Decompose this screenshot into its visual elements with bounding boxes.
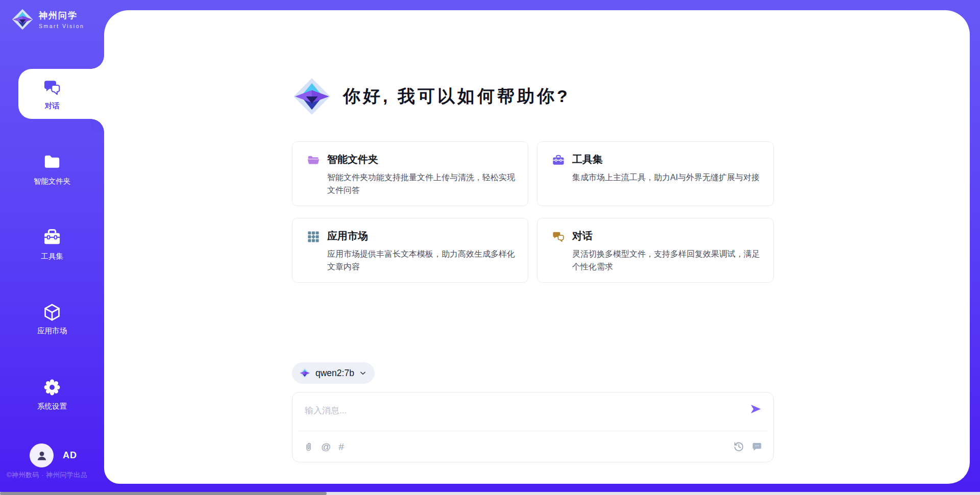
history-icon <box>733 441 744 452</box>
composer-toolbar: @ # <box>292 431 773 462</box>
message-icon <box>752 441 762 452</box>
card-description: 灵活切换多模型文件，支持多样回复效果调试，满足个性化需求 <box>572 247 762 273</box>
card-chat[interactable]: 对话 灵活切换多模型文件，支持多样回复效果调试，满足个性化需求 <box>537 218 774 283</box>
card-title: 智能文件夹 <box>327 153 517 166</box>
app-logo-icon <box>292 77 332 116</box>
brand: 神州问学 Smart Vision <box>11 8 84 31</box>
chevron-down-icon <box>359 369 366 377</box>
model-selector[interactable]: qwen2:7b <box>292 362 375 384</box>
greeting: 你好, 我可以如何帮助你? <box>292 77 774 116</box>
card-smart-folder[interactable]: 智能文件夹 智能文件夹功能支持批量文件上传与清洗，轻松实现文件问答 <box>292 141 528 206</box>
sidebar-item-toolset[interactable]: 工具集 <box>0 219 104 269</box>
at-sign-icon[interactable]: @ <box>321 442 331 452</box>
hash-icon[interactable]: # <box>338 442 344 452</box>
model-logo-icon <box>299 367 310 379</box>
card-title: 对话 <box>572 229 762 243</box>
sidebar-item-chat[interactable]: 对话 <box>18 69 104 119</box>
model-name: qwen2:7b <box>315 368 354 379</box>
user-profile[interactable]: AD <box>30 443 77 467</box>
chat-icon <box>552 230 565 243</box>
toolbox-icon <box>42 227 62 247</box>
card-toolset[interactable]: 工具集 集成市场上主流工具，助力AI与外界无缝扩展与对接 <box>537 141 774 206</box>
cube-icon <box>42 303 62 322</box>
card-description: 应用市场提供丰富长文本模板，助力高效生成多样化文章内容 <box>327 247 517 273</box>
card-description: 智能文件夹功能支持批量文件上传与清洗，轻松实现文件问答 <box>327 171 517 196</box>
brand-logo-icon <box>11 8 34 31</box>
sidebar-item-label: 系统设置 <box>37 402 67 411</box>
feature-cards: 智能文件夹 智能文件夹功能支持批量文件上传与清洗，轻松实现文件问答 工具集 <box>292 141 774 283</box>
composer: @ # <box>292 392 774 462</box>
toolbox-icon <box>552 154 565 167</box>
send-icon <box>749 403 762 415</box>
folder-icon <box>42 152 62 172</box>
card-description: 集成市场上主流工具，助力AI与外界无缝扩展与对接 <box>572 171 760 184</box>
avatar <box>30 443 54 467</box>
conversation-button[interactable] <box>752 441 762 452</box>
main-panel: 你好, 我可以如何帮助你? 智能文件夹 智能文件夹功能支持批量文件上传与清洗，轻… <box>104 10 970 484</box>
attach-file-button[interactable] <box>304 441 313 452</box>
card-title: 应用市场 <box>327 229 517 243</box>
scrollbar-thumb[interactable] <box>0 492 327 495</box>
person-icon <box>35 449 48 462</box>
sidebar-item-smart-folder[interactable]: 智能文件夹 <box>0 144 104 194</box>
app-grid-icon <box>307 230 320 243</box>
sidebar-item-app-market[interactable]: 应用市场 <box>0 294 104 344</box>
greeting-title: 你好, 我可以如何帮助你? <box>343 85 570 108</box>
sidebar-footer: ©神州数码 · 神州问学出品 <box>7 471 87 480</box>
message-input[interactable] <box>305 401 728 421</box>
sidebar-item-label: 工具集 <box>41 252 63 261</box>
horizontal-scrollbar <box>0 492 980 495</box>
send-button[interactable] <box>749 403 762 415</box>
chat-icon <box>42 78 62 97</box>
card-title: 工具集 <box>572 153 760 166</box>
sidebar-item-settings[interactable]: 系统设置 <box>0 369 104 419</box>
user-name: AD <box>63 450 77 461</box>
brand-subtitle: Smart Vision <box>39 23 84 29</box>
brand-name: 神州问学 <box>39 10 84 21</box>
folder-open-icon <box>307 154 320 167</box>
card-app-market[interactable]: 应用市场 应用市场提供丰富长文本模板，助力高效生成多样化文章内容 <box>292 218 528 283</box>
history-button[interactable] <box>733 441 744 452</box>
sidebar-item-label: 智能文件夹 <box>34 177 71 186</box>
sidebar: 神州问学 Smart Vision 对话 智能文件夹 工具集 <box>0 0 104 495</box>
gear-icon <box>42 377 62 398</box>
sidebar-item-label: 应用市场 <box>37 326 67 336</box>
sidebar-item-label: 对话 <box>45 101 60 111</box>
paperclip-icon <box>304 441 313 452</box>
